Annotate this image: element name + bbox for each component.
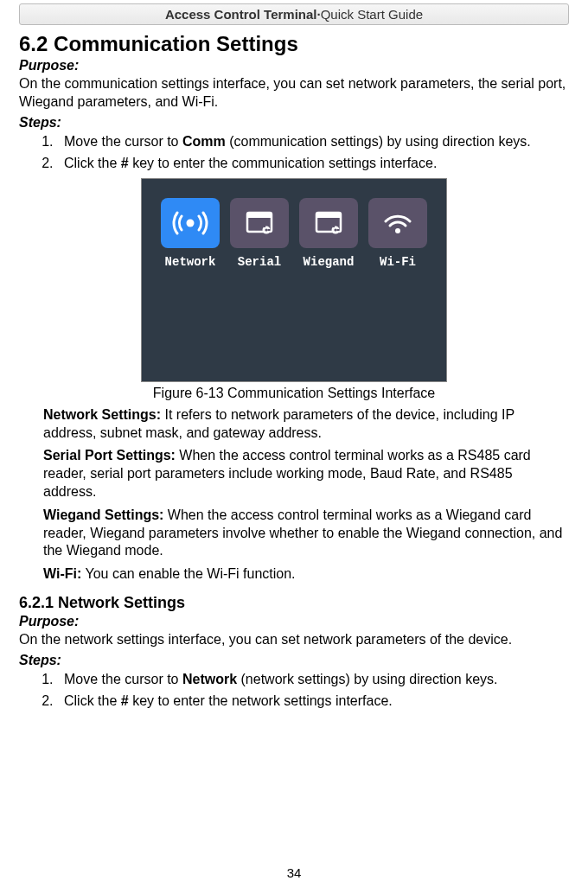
figure-caption-text: Communication Settings Interface bbox=[227, 386, 435, 400]
step-text-bold: # bbox=[121, 693, 129, 708]
definition-text: You can enable the Wi-Fi function. bbox=[81, 566, 295, 581]
sub-steps-label: Steps: bbox=[19, 653, 569, 668]
svg-point-4 bbox=[265, 228, 267, 231]
step-text-post: (network settings) by using direction ke… bbox=[237, 672, 497, 686]
section-title: Communication Settings bbox=[54, 32, 298, 55]
wiegand-tile[interactable]: Wiegand bbox=[299, 198, 358, 269]
svg-rect-6 bbox=[268, 229, 271, 231]
step-text-bold: Network bbox=[182, 672, 237, 686]
wifi-tile-label: Wi-Fi bbox=[368, 255, 427, 269]
purpose-text: On the communication settings interface,… bbox=[19, 75, 569, 112]
wifi-icon bbox=[368, 198, 427, 248]
definition-term: Network Settings: bbox=[43, 407, 161, 422]
definition-item: Serial Port Settings: When the access co… bbox=[43, 447, 569, 501]
step-text-pre: Click the bbox=[64, 693, 121, 708]
step-text-pre: Move the cursor to bbox=[64, 672, 182, 686]
step-text-post: (communication settings) by using direct… bbox=[226, 134, 531, 149]
network-icon bbox=[161, 198, 220, 248]
step-text-post: key to enter the communication settings … bbox=[129, 156, 438, 170]
svg-point-0 bbox=[187, 219, 195, 227]
svg-rect-11 bbox=[333, 225, 335, 227]
steps-list: Move the cursor to Comm (communication s… bbox=[19, 132, 569, 173]
wiegand-icon bbox=[299, 198, 358, 248]
definition-term: Serial Port Settings: bbox=[43, 448, 176, 463]
serial-tile[interactable]: Serial bbox=[230, 198, 289, 269]
page-number: 34 bbox=[0, 865, 588, 880]
definition-item: Wiegand Settings: When the access contro… bbox=[43, 507, 569, 560]
network-tile[interactable]: Network bbox=[161, 198, 220, 269]
step-text-post: key to enter the network settings interf… bbox=[129, 693, 393, 708]
subsection-number: 6.2.1 bbox=[19, 594, 54, 611]
sub-purpose-text: On the network settings interface, you c… bbox=[19, 631, 569, 649]
definitions: Network Settings: It refers to network p… bbox=[43, 406, 569, 584]
wifi-tile[interactable]: Wi-Fi bbox=[368, 198, 427, 269]
definition-item: Wi-Fi: You can enable the Wi-Fi function… bbox=[43, 565, 569, 584]
page-header: Access Control Terminal·Quick Start Guid… bbox=[19, 3, 569, 25]
subsection-heading: 6.2.1 Network Settings bbox=[19, 594, 569, 612]
svg-rect-5 bbox=[264, 225, 265, 227]
definition-term: Wi-Fi: bbox=[43, 566, 81, 581]
serial-icon bbox=[230, 198, 289, 248]
step-item: Click the # key to enter the communicati… bbox=[57, 154, 569, 173]
header-bold: Access Control Terminal bbox=[165, 7, 317, 22]
step-text-pre: Move the cursor to bbox=[64, 134, 182, 149]
network-tile-label: Network bbox=[161, 255, 220, 269]
svg-point-10 bbox=[334, 228, 336, 231]
svg-rect-2 bbox=[247, 213, 272, 218]
figure-caption-prefix: Figure 6-13 bbox=[153, 386, 224, 400]
sub-steps-list: Move the cursor to Network (network sett… bbox=[19, 670, 569, 711]
wiegand-tile-label: Wiegand bbox=[299, 255, 358, 269]
figure-caption: Figure 6-13 Communication Settings Inter… bbox=[19, 386, 569, 401]
definition-item: Network Settings: It refers to network p… bbox=[43, 406, 569, 443]
subsection-title: Network Settings bbox=[58, 594, 185, 611]
tile-row: Network Serial bbox=[142, 198, 446, 269]
serial-tile-label: Serial bbox=[230, 255, 289, 269]
step-item: Move the cursor to Network (network sett… bbox=[57, 670, 569, 689]
section-heading: 6.2 Communication Settings bbox=[19, 32, 569, 56]
step-text-bold: Comm bbox=[182, 134, 226, 149]
section-number: 6.2 bbox=[19, 32, 48, 55]
svg-rect-8 bbox=[316, 213, 341, 218]
step-item: Move the cursor to Comm (communication s… bbox=[57, 132, 569, 151]
step-text-pre: Click the bbox=[64, 156, 121, 170]
device-screenshot: Network Serial bbox=[141, 178, 447, 382]
definition-term: Wiegand Settings: bbox=[43, 507, 163, 522]
step-item: Click the # key to enter the network set… bbox=[57, 692, 569, 711]
header-light: Quick Start Guide bbox=[321, 7, 423, 22]
steps-label: Steps: bbox=[19, 115, 569, 131]
svg-rect-12 bbox=[337, 229, 340, 231]
svg-point-13 bbox=[395, 228, 400, 233]
purpose-label: Purpose: bbox=[19, 58, 569, 73]
step-text-bold: # bbox=[121, 156, 129, 170]
sub-purpose-label: Purpose: bbox=[19, 614, 569, 629]
